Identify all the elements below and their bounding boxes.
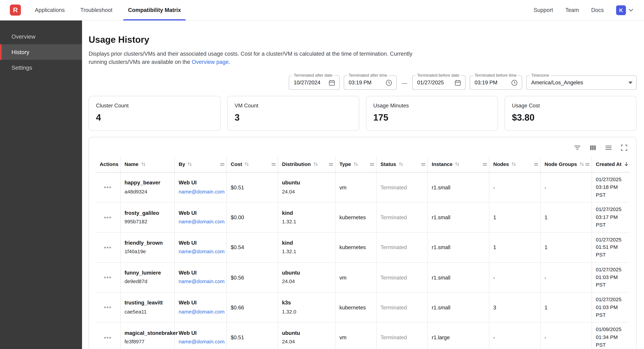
- terminated-before-date-field[interactable]: Terminated before date 01/27/2025: [412, 75, 466, 90]
- tab-troubleshoot[interactable]: Troubleshoot: [80, 0, 112, 20]
- columns-button[interactable]: [589, 144, 597, 152]
- calendar-icon[interactable]: [454, 79, 462, 86]
- table-row: ••• frosty_galileo 995b7182 Web UI name@…: [96, 202, 630, 232]
- timezone-select[interactable]: Timezone America/Los_Angeles: [526, 75, 637, 90]
- email-link[interactable]: name@domain.com: [178, 248, 222, 256]
- created-date: 01/09/2025: [596, 326, 626, 334]
- avatar-letter: K: [619, 7, 623, 13]
- terminated-after-date-field[interactable]: Terminated after date 10/27/2024: [289, 75, 340, 90]
- sort-icon[interactable]: [244, 162, 249, 166]
- filter-button[interactable]: [574, 144, 581, 152]
- clock-icon[interactable]: [511, 79, 518, 86]
- overview-page-link[interactable]: Overview page: [192, 59, 229, 65]
- column-header-nodes[interactable]: Nodes: [489, 157, 540, 172]
- stat-card-cluster-count: Cluster Count 4: [88, 96, 221, 131]
- date-range-separator: —: [401, 79, 408, 86]
- sort-icon[interactable]: [354, 162, 358, 166]
- distribution-version: 1.32.1: [282, 218, 331, 226]
- column-resize-handle-icon[interactable]: [483, 162, 487, 166]
- sort-icon[interactable]: [313, 162, 318, 166]
- nodes-cell: -: [489, 262, 540, 293]
- sidebar-item-overview[interactable]: Overview: [0, 29, 82, 44]
- created-by: Web UI: [178, 209, 222, 217]
- column-header-node-groups[interactable]: Node Groups: [540, 157, 592, 172]
- email-link[interactable]: name@domain.com: [178, 188, 222, 196]
- cost-cell: $0.66: [226, 293, 278, 323]
- table-row: ••• funny_lumiere de9ed87d Web UI name@d…: [96, 262, 630, 293]
- sort-icon[interactable]: [511, 162, 516, 166]
- status-cell: Terminated: [376, 262, 428, 293]
- email-link[interactable]: name@domain.com: [178, 278, 222, 286]
- stat-label: Cluster Count: [96, 102, 213, 109]
- instance-cell: r1.large: [428, 323, 489, 349]
- sort-icon[interactable]: [580, 162, 584, 166]
- stats-row: Cluster Count 4 VM Count 3 Usage Minutes…: [88, 96, 636, 131]
- avatar[interactable]: K: [616, 5, 626, 15]
- row-actions-button[interactable]: •••: [104, 274, 112, 280]
- column-resize-handle-icon[interactable]: [220, 162, 224, 166]
- description-text: Displays prior clusters/VMs and their as…: [88, 51, 412, 65]
- distribution-version: 24.04: [282, 188, 331, 196]
- sort-icon[interactable]: [188, 162, 192, 166]
- column-header-cost[interactable]: Cost: [226, 157, 278, 172]
- terminated-after-time-field[interactable]: Terminated after time 03:19 PM: [344, 75, 397, 90]
- column-header-status[interactable]: Status: [376, 157, 428, 172]
- density-button[interactable]: [605, 144, 612, 152]
- fullscreen-button[interactable]: [620, 144, 628, 152]
- stat-label: Usage Minutes: [373, 102, 490, 109]
- column-header-instance[interactable]: Instance: [428, 157, 489, 172]
- link-support[interactable]: Support: [534, 0, 553, 20]
- cluster-name: trusting_leavitt: [124, 299, 170, 307]
- clock-icon[interactable]: [385, 79, 392, 86]
- chevron-down-icon: [628, 8, 634, 11]
- sort-desc-icon[interactable]: [624, 162, 629, 166]
- row-actions-button[interactable]: •••: [104, 244, 112, 250]
- node-groups-cell: 1: [540, 293, 592, 323]
- row-actions-button[interactable]: •••: [104, 184, 112, 190]
- column-header-name[interactable]: Name: [120, 157, 174, 172]
- topbar: R Applications Troubleshoot Compatibilit…: [0, 0, 644, 20]
- link-team[interactable]: Team: [566, 0, 579, 20]
- cluster-id: 1f40a19e: [124, 248, 170, 256]
- sidebar-item-settings[interactable]: Settings: [0, 60, 82, 75]
- calendar-icon[interactable]: [328, 79, 336, 86]
- logo-letter: R: [13, 6, 18, 14]
- sort-icon[interactable]: [141, 162, 146, 166]
- link-docs[interactable]: Docs: [591, 0, 604, 20]
- stat-card-vm-count: VM Count 3: [227, 96, 360, 131]
- tab-compatibility-matrix[interactable]: Compatibility Matrix: [128, 0, 181, 20]
- row-actions-button[interactable]: •••: [104, 334, 112, 340]
- account-menu[interactable]: K: [616, 5, 634, 15]
- row-actions-button[interactable]: •••: [104, 214, 112, 220]
- page-description: Displays prior clusters/VMs and their as…: [88, 50, 414, 66]
- instance-cell: r1.small: [428, 202, 489, 232]
- row-actions-button[interactable]: •••: [104, 304, 112, 310]
- email-link[interactable]: name@domain.com: [178, 218, 222, 226]
- email-link[interactable]: name@domain.com: [178, 308, 222, 316]
- column-resize-handle-icon[interactable]: [421, 162, 425, 166]
- tab-applications[interactable]: Applications: [35, 0, 65, 20]
- created-by: Web UI: [178, 239, 222, 247]
- column-header-distribution[interactable]: Distribution: [278, 157, 335, 172]
- column-resize-handle-icon[interactable]: [534, 162, 538, 166]
- cost-cell: $0.51: [226, 323, 278, 349]
- column-header-by[interactable]: By: [174, 157, 226, 172]
- node-groups-cell: -: [540, 262, 592, 293]
- cluster-id: a48d9324: [124, 188, 170, 196]
- column-header-type[interactable]: Type: [335, 157, 376, 172]
- sidebar-item-history[interactable]: History: [0, 44, 82, 60]
- field-label: Terminated before time: [473, 73, 518, 77]
- column-resize-handle-icon[interactable]: [329, 162, 333, 166]
- column-resize-handle-icon[interactable]: [585, 162, 589, 166]
- replicated-logo[interactable]: R: [10, 4, 21, 15]
- column-header-created-at[interactable]: Created At: [592, 157, 630, 172]
- terminated-before-time-field[interactable]: Terminated before time 03:19 PM: [470, 75, 522, 90]
- sort-icon[interactable]: [455, 162, 460, 166]
- type-cell: kubernetes: [335, 202, 376, 232]
- column-resize-handle-icon[interactable]: [272, 162, 276, 166]
- column-resize-handle-icon[interactable]: [370, 162, 374, 166]
- email-link[interactable]: name@domain.com: [178, 339, 222, 346]
- sort-icon[interactable]: [398, 162, 403, 166]
- field-label: Timezone: [530, 73, 551, 77]
- table-row: ••• happy_beaver a48d9324 Web UI name@do…: [96, 172, 630, 203]
